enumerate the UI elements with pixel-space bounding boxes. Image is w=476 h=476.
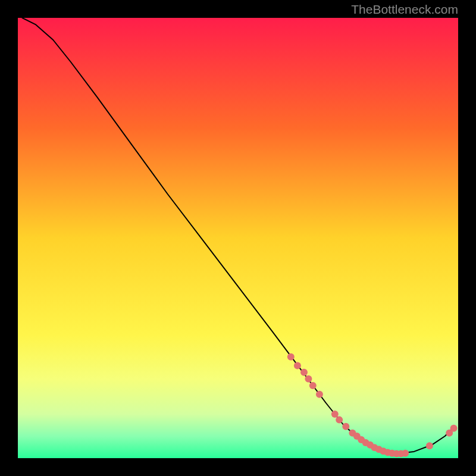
data-point: [287, 353, 295, 361]
chart-plot-area: [18, 18, 458, 458]
data-point: [309, 382, 317, 389]
gradient-background: [18, 18, 458, 458]
chart-svg: [18, 18, 458, 458]
data-point: [402, 450, 409, 457]
data-point: [305, 375, 312, 383]
data-point: [450, 425, 458, 432]
chart-container: TheBottleneck.com: [0, 0, 476, 476]
data-point: [316, 391, 323, 398]
data-point: [300, 369, 308, 376]
data-point: [342, 423, 349, 430]
watermark: TheBottleneck.com: [351, 2, 458, 17]
data-point: [336, 416, 343, 424]
data-point: [426, 442, 433, 449]
data-point: [331, 411, 339, 418]
data-point: [294, 362, 301, 369]
